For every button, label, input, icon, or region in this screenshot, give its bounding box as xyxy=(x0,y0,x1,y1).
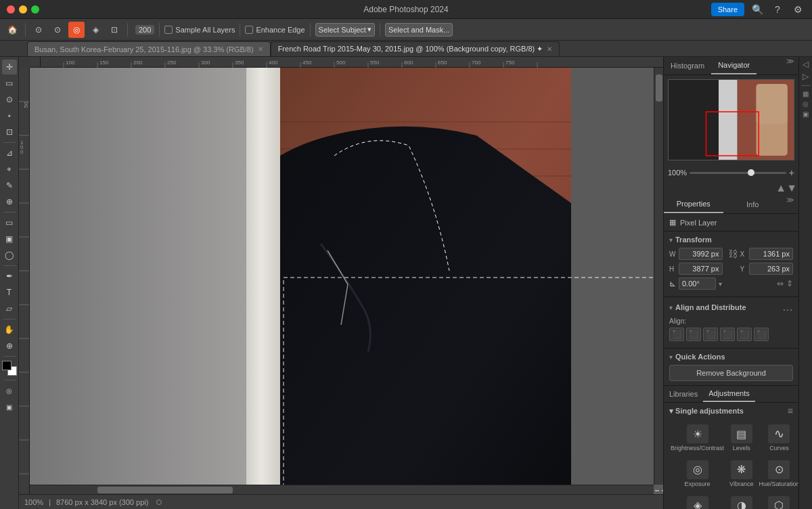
pen-tool[interactable]: ✒ xyxy=(2,269,17,284)
svg-text:250: 250 xyxy=(167,60,177,66)
help-icon[interactable]: ? xyxy=(770,2,785,17)
tool-option-3-active[interactable]: ◎ xyxy=(68,22,85,38)
align-header[interactable]: ▾ Align and Distribute … xyxy=(669,301,793,313)
angle-input[interactable] xyxy=(679,278,716,290)
color-balance-adj[interactable]: ◈ Color Balance xyxy=(669,493,725,509)
tool-option-1[interactable]: ⊙ xyxy=(30,22,47,38)
panel-toggle-1[interactable]: ◁ xyxy=(803,60,809,69)
h-input[interactable] xyxy=(679,263,723,275)
maximize-button[interactable] xyxy=(31,5,39,14)
histogram-tab[interactable]: Histogram xyxy=(664,57,711,74)
navigator-tab[interactable]: Navigator xyxy=(711,57,757,74)
swatches-icon[interactable]: ▦ xyxy=(803,90,809,97)
document-tab-2[interactable]: French Road Trip 2015-May 30, 2015.jpg @… xyxy=(271,41,560,56)
vibrance-adj[interactable]: ❋ Vibrance xyxy=(728,458,754,491)
eraser-tool[interactable]: ▭ xyxy=(2,215,17,230)
vertical-scrollbar[interactable] xyxy=(654,68,663,485)
flip-h-icon[interactable]: ⇔ xyxy=(777,279,784,288)
clone-tool[interactable]: ⊕ xyxy=(2,194,17,209)
tool-option-2[interactable]: ⊙ xyxy=(49,22,66,38)
quick-mask-btn[interactable]: ◎ xyxy=(2,383,17,398)
lasso-tool[interactable]: ⊙ xyxy=(2,92,17,107)
sample-all-checkbox[interactable] xyxy=(164,26,173,34)
nav-scroll-up[interactable]: ▲ xyxy=(775,182,786,194)
hue-saturation-adj[interactable]: ⊙ Hue/Saturation xyxy=(757,458,798,491)
panel-toggle-2[interactable]: ▷ xyxy=(803,72,809,81)
link-icon[interactable]: ⛓ xyxy=(728,248,738,259)
adj-menu[interactable]: ≡ xyxy=(788,405,793,416)
select-mask-button[interactable]: Select and Mask... xyxy=(385,23,453,37)
properties-panel: Properties Info ≫ ▦ Pixel Layer ▾ Transf… xyxy=(664,196,798,386)
align-center-v[interactable]: ⬛ xyxy=(737,328,752,341)
tool-option-5[interactable]: ⊡ xyxy=(106,22,122,38)
nav-preview[interactable] xyxy=(668,79,794,160)
photo-filter-adj[interactable]: ⬡ Photo Filter xyxy=(757,493,798,509)
levels-adj[interactable]: ▤ Levels xyxy=(728,422,754,455)
exposure-adj[interactable]: ◎ Exposure xyxy=(669,458,725,491)
brushes-icon[interactable]: ◎ xyxy=(803,100,809,108)
heal-tool[interactable]: ⌖ xyxy=(2,162,17,177)
brush-tool[interactable]: ✎ xyxy=(2,178,17,193)
flip-v-icon[interactable]: ⇕ xyxy=(786,279,793,288)
document-tab-1[interactable]: Busan, South Korea-February 25, 2015-116… xyxy=(27,41,271,56)
y-input[interactable] xyxy=(749,263,793,275)
gradients-icon[interactable]: ▣ xyxy=(803,110,809,118)
brightness-contrast-adj[interactable]: ☀ Brightness/Contrast xyxy=(669,422,725,455)
brightness-label: Brightness/Contrast xyxy=(671,445,724,452)
tool-size[interactable]: 200 xyxy=(135,25,154,35)
remove-background-button[interactable]: Remove Background xyxy=(669,365,793,381)
select-subject-dropdown[interactable]: Select Subject ▾ xyxy=(315,23,375,37)
enhance-edge-checkbox[interactable] xyxy=(245,26,253,34)
shape-tool[interactable]: ▱ xyxy=(2,301,17,316)
props-expand[interactable]: ≫ xyxy=(782,196,798,213)
canvas-viewport[interactable] xyxy=(30,68,663,494)
settings-icon[interactable]: ⚙ xyxy=(790,2,805,17)
search-icon[interactable]: 🔍 xyxy=(750,2,765,17)
zoom-slider[interactable] xyxy=(690,172,786,174)
move-tool[interactable]: ✛ xyxy=(2,60,17,74)
libraries-tab[interactable]: Libraries xyxy=(664,386,703,402)
dodge-tool[interactable]: ◯ xyxy=(2,248,17,263)
curves-adj[interactable]: ∿ Curves xyxy=(757,422,798,455)
gradient-tool[interactable]: ▣ xyxy=(2,231,17,246)
quick-actions-header[interactable]: ▾ Quick Actions xyxy=(669,353,793,361)
nav-scroll-down[interactable]: ▼ xyxy=(786,182,797,194)
text-tool[interactable]: T xyxy=(2,285,17,300)
align-bottom[interactable]: ⬛ xyxy=(754,328,769,341)
align-center-h[interactable]: ⬛ xyxy=(686,328,701,341)
transform-header[interactable]: ▾ Transform xyxy=(669,236,793,244)
tab-close-1[interactable]: ✕ xyxy=(258,45,263,53)
zoom-thumb[interactable] xyxy=(748,169,754,176)
adjustments-tab[interactable]: Adjustments xyxy=(703,386,755,402)
info-tab[interactable]: Info xyxy=(723,196,783,213)
tool-option-4[interactable]: ◈ xyxy=(87,22,104,38)
close-button[interactable] xyxy=(7,5,15,14)
marquee-tool[interactable]: ▭ xyxy=(2,76,17,91)
align-right[interactable]: ⬛ xyxy=(703,328,718,341)
bw-adj[interactable]: ◑ Black & White xyxy=(728,493,754,509)
minimize-button[interactable] xyxy=(19,5,27,14)
nav-options[interactable]: ≫ xyxy=(782,57,798,74)
share-button[interactable]: Share xyxy=(711,3,744,16)
foreground-color[interactable] xyxy=(2,361,17,376)
hand-tool[interactable]: ✋ xyxy=(2,322,17,337)
eyedropper-tool[interactable]: ⊿ xyxy=(2,146,17,160)
w-input[interactable] xyxy=(679,248,723,260)
align-more[interactable]: … xyxy=(782,301,793,313)
angle-dropdown[interactable]: ▾ xyxy=(719,280,722,288)
zoom-tool[interactable]: ⊕ xyxy=(2,338,17,353)
align-top[interactable]: ⬛ xyxy=(720,328,735,341)
screen-mode-btn[interactable]: ▣ xyxy=(2,399,17,414)
magic-wand-tool[interactable]: ⋆ xyxy=(2,108,17,123)
tab-close-2[interactable]: ✕ xyxy=(547,45,552,53)
align-left[interactable]: ⬛ xyxy=(669,328,684,341)
x-input[interactable] xyxy=(749,248,793,260)
crop-tool[interactable]: ⊡ xyxy=(2,125,17,139)
home-button[interactable]: 🏠 xyxy=(4,22,20,38)
separator xyxy=(3,356,16,357)
horizontal-scrollbar[interactable] xyxy=(30,485,654,494)
properties-tab[interactable]: Properties xyxy=(664,196,723,213)
traffic-lights[interactable] xyxy=(7,5,39,14)
vertical-ruler: 50 1 0 0 xyxy=(19,68,30,494)
status-info-btn[interactable] xyxy=(156,500,162,505)
